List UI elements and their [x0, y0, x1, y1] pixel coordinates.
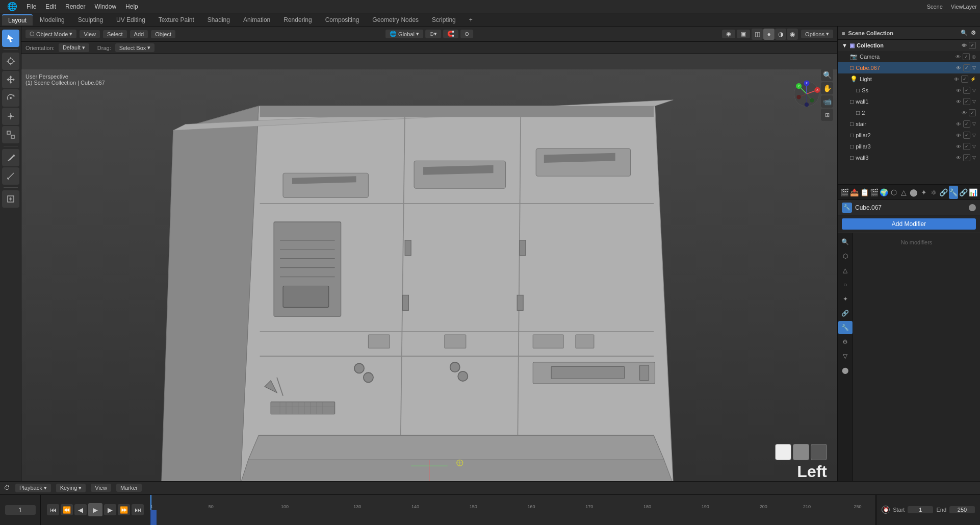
wall3-exclude[interactable]: ✓ [963, 154, 970, 161]
props-side-icon-6[interactable]: 🔗 [838, 307, 853, 320]
tool-add[interactable] [2, 190, 19, 208]
cube067-render[interactable]: ▽ [972, 65, 976, 70]
pillar2-render[interactable]: ▽ [972, 133, 976, 138]
keying-menu[interactable]: Keying▾ [56, 484, 86, 492]
props-side-icon-10[interactable]: ⬤ [838, 364, 853, 377]
camera-icon[interactable]: 📹 [821, 95, 833, 108]
proportional-edit[interactable]: ⊙ [460, 30, 473, 38]
shading-solid[interactable]: ● [763, 29, 775, 40]
menu-edit[interactable]: Edit [41, 2, 60, 11]
play-pause[interactable]: ▶ [88, 503, 102, 516]
pillar2-exclude[interactable]: ✓ [963, 132, 970, 139]
wall3-vis[interactable]: 👁 [956, 155, 961, 161]
collection-check[interactable]: ✓ [969, 42, 976, 49]
next-frame[interactable]: ▶ [104, 504, 116, 515]
stair-render[interactable]: ▽ [972, 121, 976, 127]
props-side-icon-9[interactable]: ▽ [838, 349, 853, 363]
prop-tab-mesh[interactable]: △ [899, 186, 909, 199]
light-exclude[interactable]: ✓ [961, 76, 968, 83]
pillar3-vis[interactable]: 👁 [956, 144, 961, 149]
wall3-render[interactable]: ▽ [972, 155, 976, 160]
next-keyframe[interactable]: ⏩ [118, 504, 130, 515]
tool-select[interactable] [2, 30, 19, 47]
props-side-icon-5[interactable]: ✦ [838, 292, 853, 306]
prop-tab-scene[interactable]: 🎬 [869, 186, 879, 199]
blender-icon[interactable]: 🌐 [3, 1, 21, 12]
tab-modeling[interactable]: Modeling [34, 15, 71, 25]
shading-material[interactable]: ◑ [775, 29, 786, 40]
viewport[interactable]: ⬡ Object Mode ▾ View Select Add Object 🌐… [21, 27, 837, 481]
jump-to-end[interactable]: ⏭ [132, 504, 144, 515]
outliner-item-pillar3[interactable]: □ pillar3 👁 ✓ ▽ [838, 141, 980, 152]
tool-annotate[interactable] [2, 149, 19, 166]
prop-tab-shading[interactable]: 🔗 [959, 186, 968, 199]
outliner-collection-header[interactable]: ▼ ▣ Collection 👁 ✓ [838, 40, 980, 51]
light-vis[interactable]: 👁 [954, 77, 959, 82]
tab-scripting[interactable]: Scripting [426, 15, 462, 25]
menu-help[interactable]: Help [121, 2, 142, 11]
outliner-item-2[interactable]: □ 2 👁 ✓ [838, 107, 980, 118]
pan-icon[interactable]: ✋ [821, 82, 833, 94]
props-side-icon-modifier[interactable]: 🔧 [838, 321, 853, 334]
add-menu[interactable]: Add [130, 30, 148, 38]
ss-exclude[interactable]: ✓ [963, 87, 970, 94]
tab-sculpting[interactable]: Sculpting [72, 15, 109, 25]
tool-move[interactable] [2, 71, 19, 88]
shading-wireframe[interactable]: ◫ [752, 29, 763, 40]
orientation-gizmo[interactable]: X Y Z [792, 73, 833, 114]
prop-tab-modifier[interactable]: 🔧 [949, 186, 958, 199]
prop-tab-render[interactable]: 🎬 [840, 186, 849, 199]
grid-icon[interactable]: ⊞ [821, 109, 833, 121]
outliner-item-pillar2[interactable]: □ pillar2 👁 ✓ ▽ [838, 130, 980, 141]
timeline-ruler[interactable]: 1 50 100 130 140 150 160 170 180 190 200… [150, 495, 876, 525]
tab-uv-editing[interactable]: UV Editing [110, 15, 151, 25]
orientation-selector[interactable]: 🌐 Global ▾ [385, 30, 423, 38]
cube067-exclude[interactable]: ✓ [963, 64, 970, 71]
prop-tab-view-layer[interactable]: 📋 [860, 186, 869, 199]
wall1-exclude[interactable]: ✓ [963, 98, 970, 105]
tab-texture-paint[interactable]: Texture Paint [152, 15, 200, 25]
outliner-item-camera[interactable]: 📷 Camera 👁 ✓ ◎ [838, 51, 980, 62]
tool-transform[interactable] [2, 126, 19, 143]
wall1-render[interactable]: ▽ [972, 99, 976, 104]
playback-menu[interactable]: Playback▾ [15, 484, 51, 492]
menu-window[interactable]: Window [90, 2, 120, 11]
prop-tab-particles[interactable]: ✦ [919, 186, 928, 199]
collection-vis-icon[interactable]: 👁 [962, 43, 967, 48]
outliner-item-cube067[interactable]: □ Cube.067 👁 ✓ ▽ [838, 62, 980, 73]
jump-to-start[interactable]: ⏮ [47, 504, 59, 515]
wall1-vis[interactable]: 👁 [956, 99, 961, 105]
menu-file[interactable]: File [22, 2, 40, 11]
options-button[interactable]: Options▾ [801, 30, 833, 38]
zoom-icon[interactable]: 🔍 [821, 69, 833, 81]
menu-render[interactable]: Render [61, 2, 89, 11]
tab-shading[interactable]: Shading [201, 15, 236, 25]
light-render[interactable]: ⚡ [970, 77, 976, 82]
overlay-toggle[interactable]: ◉ [722, 30, 735, 38]
tab-geometry-nodes[interactable]: Geometry Nodes [366, 15, 425, 25]
props-side-icon-3[interactable]: △ [838, 264, 853, 277]
props-side-icon-2[interactable]: ⬡ [838, 249, 853, 263]
outliner-item-wall1[interactable]: □ wall1 👁 ✓ ▽ [838, 96, 980, 107]
tool-rotate[interactable] [2, 89, 19, 107]
props-side-icon-4[interactable]: ○ [838, 278, 853, 291]
drag-dropdown[interactable]: Select Box ▾ [115, 43, 155, 52]
add-modifier-button[interactable]: Add Modifier [842, 218, 976, 230]
select-menu[interactable]: Select [103, 30, 127, 38]
pillar3-exclude[interactable]: ✓ [963, 143, 970, 150]
camera-render[interactable]: ◎ [972, 54, 976, 59]
camera-vis[interactable]: 👁 [956, 54, 961, 60]
tool-scale[interactable] [2, 108, 19, 125]
tab-layout[interactable]: Layout [2, 14, 33, 26]
tab-compositing[interactable]: Compositing [319, 15, 366, 25]
camera-exclude[interactable]: ✓ [963, 53, 970, 60]
stair-vis[interactable]: 👁 [956, 121, 961, 127]
outliner-item-ss[interactable]: □ Ss 👁 ✓ ▽ [838, 85, 980, 96]
stair-exclude[interactable]: ✓ [963, 120, 970, 128]
item2-vis[interactable]: 👁 [962, 110, 967, 116]
outliner-search-icon[interactable]: 🔍 [961, 30, 968, 36]
tab-add[interactable]: + [463, 15, 479, 25]
prev-keyframe[interactable]: ⏪ [61, 504, 73, 515]
cube067-vis[interactable]: 👁 [956, 65, 961, 71]
pivot-selector[interactable]: ⊙▾ [425, 30, 441, 38]
